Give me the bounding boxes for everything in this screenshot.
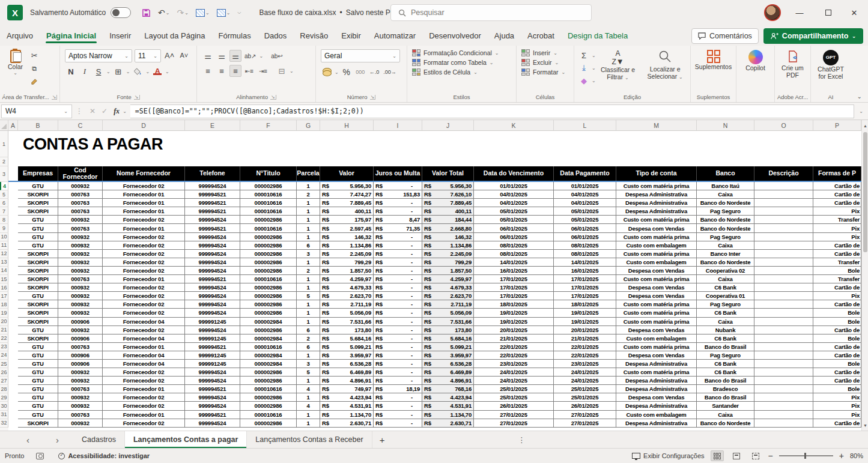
insert-cells-button[interactable]: Inserir⌄ xyxy=(521,48,574,58)
table-header-empresas[interactable]: Empresas xyxy=(18,166,58,181)
column-header-G[interactable]: G xyxy=(297,120,320,130)
table-row[interactable]: Despesa Administrativa xyxy=(616,377,697,385)
table-row[interactable]: Forneceodor 02 xyxy=(103,326,185,334)
table-row[interactable]: 000763 xyxy=(58,275,103,283)
table-row[interactable]: Despesa Administrativa xyxy=(616,360,697,368)
table-row[interactable]: Custo com matéria prima xyxy=(616,250,697,258)
search-input[interactable]: Pesquisar xyxy=(390,4,592,21)
table-row[interactable]: SKORPI xyxy=(18,283,58,292)
table-row[interactable]: Pix xyxy=(813,411,861,419)
borders-chevron-icon[interactable]: ⌄ xyxy=(126,69,130,74)
table-row[interactable]: 000010616 xyxy=(240,275,297,283)
table-row[interactable]: 000002984 xyxy=(240,334,297,343)
align-bottom-icon[interactable]: ⚌ xyxy=(229,50,241,62)
table-row[interactable]: Despesa Administrativa xyxy=(616,207,697,216)
table-row[interactable]: Pag Seguro xyxy=(697,351,754,360)
table-row[interactable] xyxy=(754,300,813,309)
table-row[interactable]: Despesa com Vendas xyxy=(616,267,697,275)
table-header-data-do-vencimento[interactable]: Data do Vencimento xyxy=(474,166,554,181)
table-row[interactable]: 000002986 xyxy=(240,300,297,309)
table-row[interactable]: Custo com matéria prima xyxy=(616,343,697,351)
table-row[interactable]: SKORPI xyxy=(18,334,58,343)
table-row[interactable]: R$2.711,19 xyxy=(422,300,474,309)
table-row[interactable]: R$- xyxy=(374,267,422,275)
table-row[interactable]: 000002986 xyxy=(240,267,297,275)
align-right-icon[interactable]: ≡ xyxy=(229,65,241,77)
table-row[interactable]: SKORPI xyxy=(18,190,58,199)
table-row[interactable]: 000932 xyxy=(58,300,103,309)
table-row[interactable]: 000932 xyxy=(58,182,103,190)
tab-dados[interactable]: Dados xyxy=(258,27,294,44)
row-header-23[interactable]: 23 xyxy=(0,343,8,351)
select-all-corner[interactable] xyxy=(0,120,8,130)
table-row[interactable]: 19/01/2025 xyxy=(474,309,554,317)
table-row[interactable]: R$71,35 xyxy=(374,224,422,232)
tab-automatizar[interactable]: Automatizar xyxy=(368,27,422,44)
chatgpt-button[interactable]: GPT ChatGPT for Excel xyxy=(811,48,851,82)
table-row[interactable]: R$3.959,97 xyxy=(422,351,474,360)
table-row[interactable]: GTU xyxy=(18,292,58,300)
table-row[interactable]: 000932 xyxy=(58,377,103,385)
save-button[interactable] xyxy=(139,7,153,19)
font-name-select[interactable]: Aptos Narrow⌄ xyxy=(65,49,132,62)
table-row[interactable]: 01/01/2025 xyxy=(554,182,616,190)
table-row[interactable]: R$- xyxy=(374,351,422,360)
table-row[interactable]: 27/01/2025 xyxy=(554,411,616,419)
table-row[interactable]: R$4.679,33 xyxy=(320,283,374,292)
tab-layout-da-pa-gina[interactable]: Layout da Página xyxy=(138,27,211,44)
file-save-location[interactable]: Salvo neste PC xyxy=(346,8,396,17)
tab-exibir[interactable]: Exibir xyxy=(335,27,368,44)
table-row[interactable]: R$4.423,94 xyxy=(422,393,474,402)
table-row[interactable]: R$7.889,45 xyxy=(320,199,374,207)
table-row[interactable]: 000002986 xyxy=(240,393,297,402)
table-row[interactable]: Forneceodor 02 xyxy=(103,402,185,410)
increase-decimal-icon[interactable]: ←.0 xyxy=(368,66,381,78)
table-row[interactable] xyxy=(754,402,813,410)
table-row[interactable]: 000906 xyxy=(58,318,103,326)
accessibility-status[interactable]: Acessibilidade: investigar xyxy=(68,452,150,459)
table-row[interactable]: 000932 xyxy=(58,402,103,410)
tab-ajuda[interactable]: Ajuda xyxy=(488,27,521,44)
table-row[interactable] xyxy=(754,318,813,326)
table-header-telefone[interactable]: Telefone xyxy=(185,166,240,181)
table-row[interactable]: 000002986 xyxy=(240,250,297,258)
maximize-button[interactable] xyxy=(815,0,842,25)
table-row[interactable]: 24/01/2025 xyxy=(474,368,554,377)
table-row[interactable]: 06/01/2025 xyxy=(554,224,616,232)
decrease-font-icon[interactable]: A˅ xyxy=(178,49,190,61)
zoom-in-button[interactable]: + xyxy=(839,451,844,461)
table-row[interactable]: 06/01/2025 xyxy=(474,224,554,232)
table-row[interactable]: C6 Bank xyxy=(697,368,754,377)
table-row[interactable]: R$5.099,21 xyxy=(320,343,374,351)
table-row[interactable]: 3 xyxy=(297,250,320,258)
table-row[interactable]: SKORPI xyxy=(18,300,58,309)
row-header-26[interactable]: 26 xyxy=(0,368,8,377)
table-row[interactable]: C6 Bank xyxy=(697,334,754,343)
table-row[interactable]: 999994524 xyxy=(185,402,240,410)
decrease-indent-icon[interactable]: ⇤≡ xyxy=(243,65,255,77)
column-header-P[interactable]: P xyxy=(813,120,861,130)
table-row[interactable]: Forneceodor 01 xyxy=(103,207,185,216)
table-row[interactable]: 999994524 xyxy=(185,292,240,300)
table-row[interactable]: R$- xyxy=(374,241,422,250)
insert-function-icon[interactable]: fx xyxy=(111,107,123,116)
table-row[interactable]: SKORPI xyxy=(18,250,58,258)
table-row[interactable]: Caixa xyxy=(697,411,754,419)
tab-revisa-o[interactable]: Revisão xyxy=(293,27,335,44)
table-row[interactable]: 24/01/2025 xyxy=(554,368,616,377)
table-header-descric-a-o[interactable]: Descrição xyxy=(754,166,813,181)
table-row[interactable]: 22/01/2025 xyxy=(554,343,616,351)
table-row[interactable]: 000002986 xyxy=(240,377,297,385)
table-row[interactable]: R$749,97 xyxy=(320,385,374,393)
table-row[interactable]: Forneceodor 02 xyxy=(103,300,185,309)
table-row[interactable]: Custo com matéria prima xyxy=(616,300,697,309)
table-style-button-2[interactable]: ⌄ xyxy=(214,8,233,18)
clipboard-dialog-launcher-icon[interactable]: ↘ xyxy=(52,95,58,100)
table-row[interactable]: Despesa Administrativa xyxy=(616,199,697,207)
table-row[interactable]: Bole xyxy=(813,334,861,343)
row-header-19[interactable]: 19 xyxy=(0,309,8,317)
table-row[interactable]: Pag Seguro xyxy=(697,233,754,241)
table-row[interactable]: Santander xyxy=(697,402,754,410)
row-header-21[interactable]: 21 xyxy=(0,326,8,334)
table-row[interactable]: R$1.134,70 xyxy=(320,411,374,419)
